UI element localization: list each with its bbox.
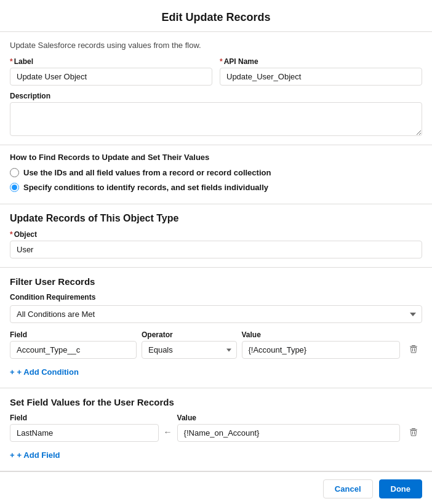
operator-col-label: Operator <box>142 330 237 339</box>
label-input[interactable] <box>10 68 212 86</box>
api-name-label: *API Name <box>220 57 422 66</box>
value-col: Value <box>242 330 401 359</box>
description-input[interactable] <box>10 102 422 136</box>
svg-rect-1 <box>410 346 417 347</box>
fv-value-label: Value <box>177 414 400 422</box>
fv-arrow: ← <box>164 427 172 442</box>
condition-requirements-select[interactable]: All Conditions are Met Any Condition is … <box>10 305 422 323</box>
edit-update-records-modal: Edit Update Records Update Salesforce re… <box>0 0 432 504</box>
radio-option1[interactable]: Use the IDs and all field values from a … <box>10 168 422 177</box>
svg-rect-4 <box>412 428 415 429</box>
cancel-button[interactable]: Cancel <box>323 479 373 498</box>
modal-title: Edit Update Records <box>10 11 422 24</box>
add-field-label: + Add Field <box>17 450 60 460</box>
label-field-label: *Label <box>10 57 212 66</box>
field-col-header: Field <box>10 330 137 359</box>
add-condition-button[interactable]: + + Add Condition <box>10 365 79 379</box>
add-field-icon: + <box>10 450 15 460</box>
filter-header-row: Field Operator Equals Does Not Equal Con… <box>10 330 422 359</box>
trash-icon-2 <box>409 427 418 437</box>
label-group: *Label <box>10 57 212 86</box>
operator-select-wrapper: Equals Does Not Equal Contains <box>142 341 237 359</box>
fv-value-input[interactable] <box>177 424 400 442</box>
radio-option1-label: Use the IDs and all field values from a … <box>23 168 271 177</box>
add-condition-icon: + <box>10 367 15 377</box>
how-to-label: How to Find Records to Update and Set Th… <box>10 153 422 162</box>
radio-input-option1[interactable] <box>10 168 19 177</box>
label-api-row: *Label *API Name <box>10 57 422 86</box>
field-delete-button[interactable] <box>405 423 422 441</box>
radio-option2[interactable]: Specify conditions to identify records, … <box>10 183 422 192</box>
svg-rect-0 <box>412 345 415 346</box>
object-group: *Object <box>10 230 422 258</box>
radio-group: Use the IDs and all field values from a … <box>10 168 422 194</box>
filter-section: Filter User Records Condition Requiremen… <box>0 268 432 388</box>
set-field-section-heading: Set Field Values for the User Records <box>10 397 422 407</box>
arrow-icon: ← <box>164 427 172 437</box>
field-values-row: Field ← Value <box>10 414 422 442</box>
object-section: Update Records of This Object Type *Obje… <box>0 204 432 268</box>
set-field-section: Set Field Values for the User Records Fi… <box>0 388 432 471</box>
modal-header: Edit Update Records <box>0 0 432 32</box>
modal-body: Update Salesforce records using values f… <box>0 32 432 471</box>
fv-field-label: Field <box>10 414 159 422</box>
label-section: Update Salesforce records using values f… <box>0 32 432 145</box>
operator-select[interactable]: Equals Does Not Equal Contains <box>142 341 237 359</box>
object-label: *Object <box>10 230 422 239</box>
svg-rect-5 <box>410 430 417 430</box>
api-name-input[interactable] <box>220 68 422 86</box>
trash-icon <box>409 344 418 354</box>
subtitle: Update Salesforce records using values f… <box>10 41 422 50</box>
radio-input-option2[interactable] <box>10 183 19 192</box>
condition-requirements-select-wrapper: All Conditions are Met Any Condition is … <box>10 305 422 323</box>
condition-delete-button[interactable] <box>405 340 422 358</box>
api-name-group: *API Name <box>220 57 422 86</box>
description-group: Description <box>10 92 422 136</box>
add-field-button[interactable]: + + Add Field <box>10 448 60 462</box>
fv-field-col: Field <box>10 414 159 442</box>
condition-value-input[interactable] <box>242 341 401 359</box>
object-input[interactable] <box>10 241 422 258</box>
value-col-label: Value <box>242 330 401 339</box>
fv-field-input[interactable] <box>10 424 159 442</box>
add-condition-label: + Add Condition <box>17 367 79 377</box>
object-section-heading: Update Records of This Object Type <box>10 213 422 224</box>
condition-requirements-row: Condition Requirements All Conditions ar… <box>10 293 422 323</box>
fv-value-col: Value <box>177 414 400 442</box>
operator-col: Operator Equals Does Not Equal Contains <box>142 330 237 359</box>
condition-requirements-label: Condition Requirements <box>10 293 422 302</box>
how-to-section: How to Find Records to Update and Set Th… <box>0 145 432 204</box>
done-button[interactable]: Done <box>379 479 423 498</box>
modal-footer: Cancel Done <box>0 471 432 504</box>
radio-option2-label: Specify conditions to identify records, … <box>23 183 268 192</box>
condition-field-input[interactable] <box>10 341 137 359</box>
filter-section-heading: Filter User Records <box>10 276 422 287</box>
field-col-label: Field <box>10 330 137 339</box>
description-label: Description <box>10 92 422 100</box>
